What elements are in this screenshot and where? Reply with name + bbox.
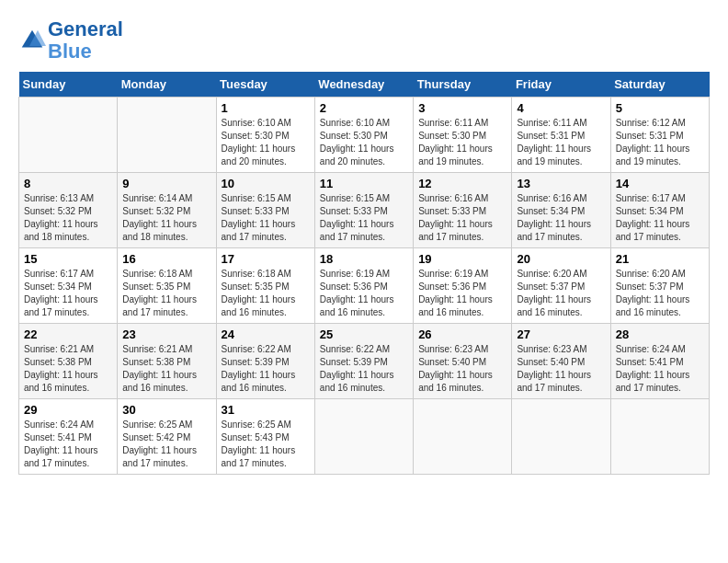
calendar-cell <box>414 399 512 475</box>
day-info: Sunrise: 6:11 AMSunset: 5:30 PMDaylight:… <box>418 117 506 168</box>
calendar-cell <box>610 399 709 475</box>
calendar-cell: 2Sunrise: 6:10 AMSunset: 5:30 PMDaylight… <box>314 98 413 173</box>
calendar-cell: 16Sunrise: 6:18 AMSunset: 5:35 PMDayligh… <box>118 248 216 324</box>
logo-text: General Blue <box>48 18 123 63</box>
day-number: 20 <box>517 252 605 266</box>
calendar-week-row: 8Sunrise: 6:13 AMSunset: 5:32 PMDaylight… <box>19 173 710 248</box>
calendar-header-row: SundayMondayTuesdayWednesdayThursdayFrid… <box>19 72 710 98</box>
day-info: Sunrise: 6:21 AMSunset: 5:38 PMDaylight:… <box>122 343 210 395</box>
day-number: 2 <box>320 101 408 115</box>
calendar-cell: 23Sunrise: 6:21 AMSunset: 5:38 PMDayligh… <box>118 324 216 399</box>
day-info: Sunrise: 6:23 AMSunset: 5:40 PMDaylight:… <box>517 343 605 395</box>
day-info: Sunrise: 6:18 AMSunset: 5:35 PMDaylight:… <box>222 268 310 319</box>
day-number: 14 <box>616 177 704 190</box>
calendar-cell: 14Sunrise: 6:17 AMSunset: 5:34 PMDayligh… <box>610 173 709 248</box>
day-info: Sunrise: 6:25 AMSunset: 5:42 PMDaylight:… <box>122 419 210 470</box>
logo-icon <box>18 27 46 54</box>
logo: General Blue <box>18 18 123 63</box>
day-info: Sunrise: 6:15 AMSunset: 5:33 PMDaylight:… <box>320 192 408 244</box>
calendar-cell: 9Sunrise: 6:14 AMSunset: 5:32 PMDaylight… <box>118 173 216 248</box>
calendar-cell <box>512 399 610 475</box>
day-info: Sunrise: 6:20 AMSunset: 5:37 PMDaylight:… <box>616 268 704 319</box>
calendar-cell: 30Sunrise: 6:25 AMSunset: 5:42 PMDayligh… <box>118 399 216 475</box>
day-info: Sunrise: 6:19 AMSunset: 5:36 PMDaylight:… <box>418 268 506 319</box>
calendar-table: SundayMondayTuesdayWednesdayThursdayFrid… <box>18 72 710 475</box>
day-info: Sunrise: 6:13 AMSunset: 5:32 PMDaylight:… <box>24 192 112 244</box>
day-number: 19 <box>418 252 506 266</box>
day-number: 29 <box>24 403 112 417</box>
calendar-week-row: 1Sunrise: 6:10 AMSunset: 5:30 PMDaylight… <box>19 98 710 173</box>
calendar-cell: 24Sunrise: 6:22 AMSunset: 5:39 PMDayligh… <box>216 324 314 399</box>
calendar-cell: 27Sunrise: 6:23 AMSunset: 5:40 PMDayligh… <box>512 324 610 399</box>
day-number: 1 <box>222 101 310 115</box>
day-info: Sunrise: 6:14 AMSunset: 5:32 PMDaylight:… <box>122 192 210 244</box>
day-info: Sunrise: 6:10 AMSunset: 5:30 PMDaylight:… <box>320 117 408 168</box>
day-info: Sunrise: 6:17 AMSunset: 5:34 PMDaylight:… <box>24 268 112 319</box>
calendar-cell: 8Sunrise: 6:13 AMSunset: 5:32 PMDaylight… <box>19 173 118 248</box>
calendar-cell: 20Sunrise: 6:20 AMSunset: 5:37 PMDayligh… <box>512 248 610 324</box>
calendar-cell: 5Sunrise: 6:12 AMSunset: 5:31 PMDaylight… <box>610 98 709 173</box>
calendar-week-row: 29Sunrise: 6:24 AMSunset: 5:41 PMDayligh… <box>19 399 710 475</box>
day-number: 17 <box>222 252 310 266</box>
day-number: 16 <box>122 252 210 266</box>
day-info: Sunrise: 6:10 AMSunset: 5:30 PMDaylight:… <box>222 117 310 168</box>
calendar-cell: 21Sunrise: 6:20 AMSunset: 5:37 PMDayligh… <box>610 248 709 324</box>
day-number: 3 <box>418 101 506 115</box>
day-info: Sunrise: 6:19 AMSunset: 5:36 PMDaylight:… <box>320 268 408 319</box>
day-number: 22 <box>24 327 112 341</box>
calendar-cell: 10Sunrise: 6:15 AMSunset: 5:33 PMDayligh… <box>216 173 314 248</box>
day-number: 12 <box>418 177 506 190</box>
calendar-cell: 15Sunrise: 6:17 AMSunset: 5:34 PMDayligh… <box>19 248 118 324</box>
day-info: Sunrise: 6:22 AMSunset: 5:39 PMDaylight:… <box>320 343 408 395</box>
day-number: 24 <box>222 327 310 341</box>
calendar-cell <box>19 98 118 173</box>
calendar-cell <box>314 399 413 475</box>
calendar-cell: 25Sunrise: 6:22 AMSunset: 5:39 PMDayligh… <box>314 324 413 399</box>
column-header-friday: Friday <box>512 72 610 98</box>
calendar-cell: 13Sunrise: 6:16 AMSunset: 5:34 PMDayligh… <box>512 173 610 248</box>
calendar-cell: 3Sunrise: 6:11 AMSunset: 5:30 PMDaylight… <box>414 98 512 173</box>
day-number: 4 <box>517 101 605 115</box>
column-header-sunday: Sunday <box>19 72 118 98</box>
calendar-cell: 18Sunrise: 6:19 AMSunset: 5:36 PMDayligh… <box>314 248 413 324</box>
column-header-wednesday: Wednesday <box>314 72 413 98</box>
day-info: Sunrise: 6:16 AMSunset: 5:33 PMDaylight:… <box>418 192 506 244</box>
calendar-cell: 31Sunrise: 6:25 AMSunset: 5:43 PMDayligh… <box>216 399 314 475</box>
calendar-cell: 28Sunrise: 6:24 AMSunset: 5:41 PMDayligh… <box>610 324 709 399</box>
day-info: Sunrise: 6:18 AMSunset: 5:35 PMDaylight:… <box>122 268 210 319</box>
day-number: 23 <box>122 327 210 341</box>
calendar-cell: 12Sunrise: 6:16 AMSunset: 5:33 PMDayligh… <box>414 173 512 248</box>
day-info: Sunrise: 6:23 AMSunset: 5:40 PMDaylight:… <box>418 343 506 395</box>
calendar-cell: 26Sunrise: 6:23 AMSunset: 5:40 PMDayligh… <box>414 324 512 399</box>
day-number: 18 <box>320 252 408 266</box>
day-number: 28 <box>616 327 704 341</box>
day-number: 31 <box>222 403 310 417</box>
calendar-cell: 29Sunrise: 6:24 AMSunset: 5:41 PMDayligh… <box>19 399 118 475</box>
day-info: Sunrise: 6:24 AMSunset: 5:41 PMDaylight:… <box>24 419 112 470</box>
day-number: 11 <box>320 177 408 190</box>
day-info: Sunrise: 6:16 AMSunset: 5:34 PMDaylight:… <box>517 192 605 244</box>
day-number: 15 <box>24 252 112 266</box>
day-number: 13 <box>517 177 605 190</box>
day-info: Sunrise: 6:21 AMSunset: 5:38 PMDaylight:… <box>24 343 112 395</box>
column-header-thursday: Thursday <box>414 72 512 98</box>
calendar-cell: 22Sunrise: 6:21 AMSunset: 5:38 PMDayligh… <box>19 324 118 399</box>
day-info: Sunrise: 6:25 AMSunset: 5:43 PMDaylight:… <box>222 419 310 470</box>
calendar-cell: 11Sunrise: 6:15 AMSunset: 5:33 PMDayligh… <box>314 173 413 248</box>
day-info: Sunrise: 6:12 AMSunset: 5:31 PMDaylight:… <box>616 117 704 168</box>
day-info: Sunrise: 6:24 AMSunset: 5:41 PMDaylight:… <box>616 343 704 395</box>
day-info: Sunrise: 6:20 AMSunset: 5:37 PMDaylight:… <box>517 268 605 319</box>
calendar-cell: 19Sunrise: 6:19 AMSunset: 5:36 PMDayligh… <box>414 248 512 324</box>
day-info: Sunrise: 6:17 AMSunset: 5:34 PMDaylight:… <box>616 192 704 244</box>
day-number: 27 <box>517 327 605 341</box>
calendar-week-row: 22Sunrise: 6:21 AMSunset: 5:38 PMDayligh… <box>19 324 710 399</box>
column-header-saturday: Saturday <box>610 72 709 98</box>
day-number: 25 <box>320 327 408 341</box>
calendar-cell: 4Sunrise: 6:11 AMSunset: 5:31 PMDaylight… <box>512 98 610 173</box>
day-number: 26 <box>418 327 506 341</box>
page-header: General Blue <box>18 18 710 63</box>
calendar-cell: 17Sunrise: 6:18 AMSunset: 5:35 PMDayligh… <box>216 248 314 324</box>
day-number: 30 <box>122 403 210 417</box>
calendar-week-row: 15Sunrise: 6:17 AMSunset: 5:34 PMDayligh… <box>19 248 710 324</box>
day-number: 5 <box>616 101 704 115</box>
